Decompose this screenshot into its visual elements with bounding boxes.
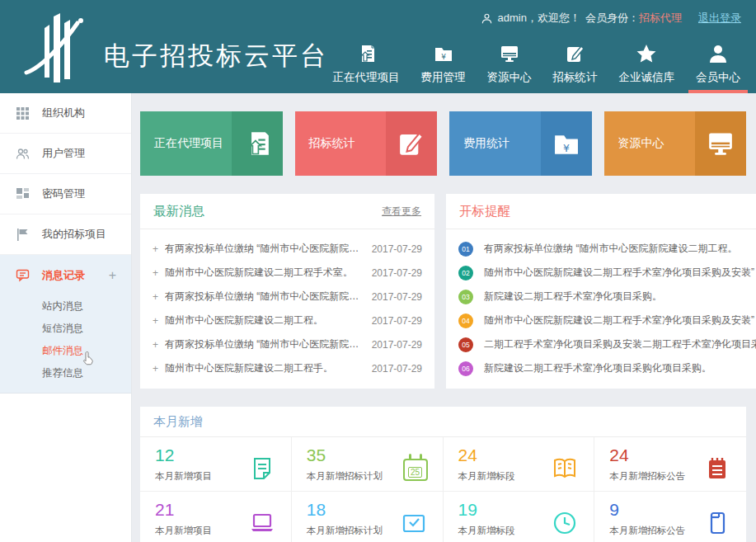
stat-value: 9 (609, 500, 685, 520)
nav-item-resource-center[interactable]: 资源中心 (477, 43, 542, 93)
notepad-icon (703, 455, 731, 483)
reminder-text: 随州市中心医院新院建设二期工程手术室净化项目采购及安装” 项目的招…… (484, 266, 756, 280)
stat-new-projects-2: 21 本月新增项目 (140, 492, 292, 542)
news-date: 2017-07-29 (372, 267, 422, 279)
sidebar-subitem-recommended-info[interactable]: 推荐信息 (0, 362, 131, 384)
news-item[interactable]: + 随州市中心医院新院建设二期工程手术室。 2017-07-29 (153, 261, 422, 285)
reminder-item[interactable]: 04 随州市中心医院新院建设二期工程手术室净化项目采购及安装” 项目的招…… (458, 309, 756, 332)
plus-bullet-icon: + (153, 339, 165, 351)
stat-new-bid-plans-2: 18 本月新增招标计划 (292, 492, 444, 542)
stat-new-bid-sections-2: 19 本月新增标段 (444, 492, 595, 542)
dashboard-page: 电子招投标云平台 admin，欢迎您！ 会员身份：招标代理 退出登录 正在代理项… (0, 0, 756, 542)
brand: 电子招投标云平台 (23, 10, 328, 87)
note-pen-icon (248, 455, 276, 483)
yen-folder-icon: ¥ (541, 111, 592, 176)
card-fee-statistics[interactable]: 费用统计 ¥ (449, 111, 592, 176)
stat-label: 本月新增标段 (458, 470, 515, 483)
number-badge: 02 (458, 266, 473, 280)
reminder-text: 随州市中心医院新院建设二期工程手术室净化项目采购及安装” 项目的招…… (484, 313, 756, 328)
sidebar-item-label: 密码管理 (42, 186, 85, 201)
news-item[interactable]: + 有两家投标单位缴纳 “随州市中心医院新院建设…… 2017-07-29 (153, 285, 422, 309)
nav-item-enterprise-credit[interactable]: 企业诚信库 (608, 43, 686, 93)
stat-new-projects: 12 本月新增项目 (140, 437, 292, 492)
sidebar-subitem-site-messages[interactable]: 站内消息 (0, 295, 131, 318)
subitem-label: 邮件消息 (42, 344, 83, 358)
reminder-item[interactable]: 06 新院建设二期工程手术室净化项目采购化项目采购。 (458, 356, 756, 380)
subitem-label: 短信消息 (42, 322, 83, 336)
flag-icon (16, 228, 30, 242)
plus-bullet-icon: + (153, 315, 165, 327)
app-header: 电子招投标云平台 admin，欢迎您！ 会员身份：招标代理 退出登录 正在代理项… (0, 0, 756, 93)
clock-icon (551, 509, 579, 537)
stat-value: 21 (155, 500, 212, 520)
nav-label: 会员中心 (696, 70, 740, 85)
news-text: 随州市中心医院新院建设二期工程手术室。 (165, 266, 364, 280)
view-more-link[interactable]: 查看更多 (382, 205, 421, 219)
stat-label: 本月新增招标公告 (609, 525, 685, 537)
blocks-icon (16, 187, 30, 201)
news-item[interactable]: + 随州市中心医院新院建设二期工程。 2017-07-29 (153, 309, 422, 332)
reminder-item[interactable]: 03 新院建设二期工程手术室净化项目采购。 (458, 285, 756, 309)
mail-check-icon (400, 509, 428, 537)
bid-opening-reminder-panel: 开标提醒 01 有两家投标单位缴纳 “随州市中心医院新院建设二期工程。 02 随… (446, 194, 756, 389)
stat-value: 19 (458, 500, 515, 520)
stat-label: 本月新增招标公告 (609, 470, 685, 483)
nav-label: 费用管理 (421, 70, 466, 85)
plus-bullet-icon: + (153, 363, 165, 375)
identity-label: 会员身份： (585, 11, 639, 26)
laptop-icon (248, 509, 276, 537)
panel-title-monthly-new: 本月新增 (153, 414, 203, 430)
platform-title: 电子招投标云平台 (104, 39, 328, 73)
sidebar-item-user-management[interactable]: 用户管理 (0, 134, 131, 174)
person-outline-icon (481, 12, 493, 25)
stat-label: 本月新增招标计划 (307, 470, 383, 483)
news-item[interactable]: + 有两家投标单位缴纳 “随州市中心医院新院建设…… 2017-07-29 (153, 237, 422, 261)
stat-label: 本月新增项目 (155, 525, 212, 537)
card-resource-center[interactable]: 资源中心 (604, 111, 747, 176)
reminder-text: 新院建设二期工程手术室净化项目采购化项目采购。 (484, 361, 756, 375)
nav-label: 正在代理项目 (333, 70, 400, 85)
stat-new-bid-announcements: 24 本月新增招标公告 (594, 437, 746, 492)
nav-label: 招标统计 (553, 70, 598, 85)
nav-item-member-center[interactable]: 会员中心 (685, 43, 751, 93)
sidebar-subitem-sms-messages[interactable]: 短信消息 (0, 318, 131, 340)
sidebar-item-message-records[interactable]: 消息记录 + (0, 255, 131, 295)
nav-label: 企业诚信库 (619, 70, 675, 85)
main-nav: 正在代理项目 ¥ 费用管理 资源中心 招标统计 (322, 43, 752, 93)
card-agency-projects[interactable]: 正在代理项目 (140, 111, 283, 176)
nav-item-bid-statistics[interactable]: 招标统计 (542, 43, 608, 93)
sidebar-item-organization[interactable]: 组织机构 (0, 93, 131, 134)
panel-title-bid-opening: 开标提醒 (459, 203, 510, 220)
user-info-bar: admin，欢迎您！ 会员身份：招标代理 退出登录 (481, 11, 741, 26)
news-item[interactable]: + 有两家投标单位缴纳 “随州市中心医院新院建设。 2017-07-29 (153, 332, 422, 356)
reminder-item[interactable]: 01 有两家投标单位缴纳 “随州市中心医院新院建设二期工程。 (458, 237, 756, 261)
sidebar-item-my-bid-projects[interactable]: 我的招标项目 (0, 214, 131, 255)
nav-item-fee-management[interactable]: ¥ 费用管理 (411, 43, 477, 93)
expand-plus-icon[interactable]: + (109, 268, 116, 283)
news-date: 2017-07-29 (372, 291, 422, 303)
svg-text:¥: ¥ (563, 142, 570, 154)
calendar-icon: 25 (403, 455, 428, 481)
phone-icon (703, 509, 731, 537)
sidebar-item-password-management[interactable]: 密码管理 (0, 174, 131, 214)
open-book-icon (551, 455, 579, 483)
pencil-square-icon (386, 111, 437, 176)
plus-bullet-icon: + (153, 291, 165, 303)
logout-link[interactable]: 退出登录 (698, 11, 741, 26)
news-text: 随州市中心医院新院建设二期工程。 (165, 313, 364, 328)
nav-item-agency-projects[interactable]: 正在代理项目 (322, 43, 411, 93)
reminder-item[interactable]: 02 随州市中心医院新院建设二期工程手术室净化项目采购及安装” 项目的招…… (458, 261, 756, 285)
number-badge: 03 (458, 290, 473, 304)
sidebar-subitem-email-messages[interactable]: 邮件消息 (0, 340, 131, 362)
news-text: 有两家投标单位缴纳 “随州市中心医院新院建设…… (165, 242, 364, 256)
news-item[interactable]: + 随州市中心医院新院建设二期工程手。 2017-07-29 (153, 356, 422, 380)
reminder-item[interactable]: 05 二期工程手术室净化项目采购及安装二期工程手术室净化项目采购及。 (458, 332, 756, 356)
plus-bullet-icon: + (153, 243, 165, 255)
monitor-icon (499, 43, 520, 64)
monitor-icon (695, 111, 746, 176)
grid-dots-icon (16, 106, 30, 120)
card-bid-statistics[interactable]: 招标统计 (295, 111, 438, 176)
news-date: 2017-07-29 (372, 315, 422, 327)
news-date: 2017-07-29 (372, 243, 422, 255)
number-badge: 06 (458, 361, 473, 376)
